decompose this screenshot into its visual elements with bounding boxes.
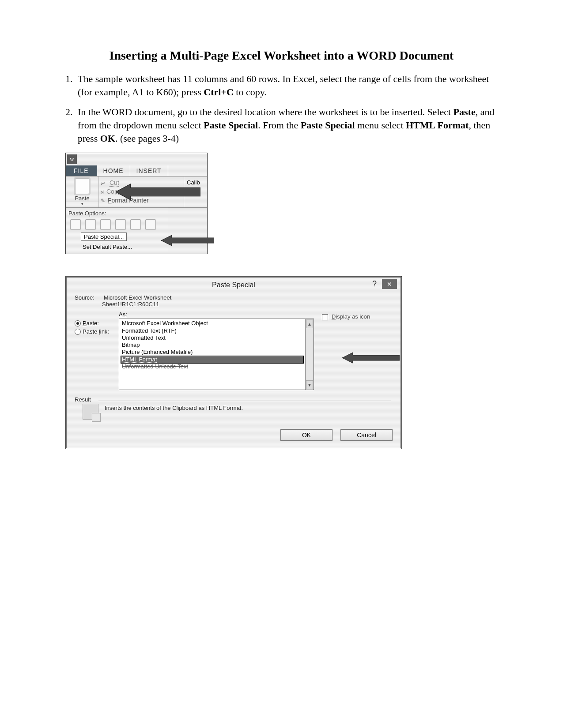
tab-home[interactable]: HOME bbox=[97, 165, 130, 176]
tab-insert[interactable]: INSERT bbox=[130, 165, 168, 176]
radio-selected-icon bbox=[75, 320, 81, 326]
paste-radio[interactable]: Paste: bbox=[75, 320, 119, 326]
display-as-icon-group: Display as icon bbox=[314, 311, 393, 390]
result-group: Result Inserts the contents of the Clipb… bbox=[75, 396, 393, 420]
step1-ctrlc: Ctrl+C bbox=[204, 86, 234, 98]
format-option[interactable]: HTML Format bbox=[121, 356, 304, 364]
display-as-icon-label: Display as icon bbox=[332, 313, 370, 320]
source-value: Microsoft Excel Worksheet bbox=[104, 294, 172, 301]
svg-marker-1 bbox=[161, 235, 214, 246]
scroll-up-icon[interactable]: ▲ bbox=[306, 319, 313, 328]
paste-option-icon[interactable] bbox=[100, 219, 111, 230]
result-description: Inserts the contents of the Clipboard as… bbox=[105, 404, 243, 411]
step2-text-a: In the WORD document, go to the desired … bbox=[78, 106, 453, 117]
callout-arrow-icon bbox=[342, 352, 400, 364]
format-option[interactable]: Bitmap bbox=[121, 341, 303, 349]
paste-link-radio[interactable]: Paste link: bbox=[75, 328, 119, 335]
set-default-paste-menu-item[interactable]: Set Default Paste... bbox=[83, 244, 166, 250]
step2-html: HTML Format bbox=[406, 120, 469, 131]
scissors-icon bbox=[100, 179, 107, 186]
as-label: As: bbox=[119, 311, 314, 318]
paste-special-dialog: Paste Special ? Source: Microsoft Excel … bbox=[65, 276, 402, 449]
paste-dropdown-icon[interactable] bbox=[66, 202, 98, 206]
paste-option-icon[interactable] bbox=[145, 219, 156, 230]
ribbon-body: Paste Cut Copy Format Painter bbox=[66, 176, 207, 208]
instruction-list: The sample worksheet has 11 columns and … bbox=[57, 72, 506, 145]
step2-text-g: . (see pages 3-4) bbox=[115, 133, 179, 144]
paste-special-menu-item[interactable]: Paste Special... bbox=[81, 233, 127, 241]
paste-option-icon[interactable] bbox=[115, 219, 126, 230]
paste-options-title: Paste Options: bbox=[68, 210, 166, 217]
source-range: Sheet1!R1C1:R60C11 bbox=[102, 301, 393, 308]
scroll-down-icon[interactable]: ▼ bbox=[306, 380, 313, 389]
paste-button[interactable]: Paste bbox=[66, 176, 99, 207]
paste-dropdown-menu: Paste Options: Paste Special... Set Defa… bbox=[66, 208, 168, 254]
radio-icon bbox=[75, 329, 81, 335]
ribbon-tabs: FILE HOME INSERT bbox=[66, 165, 207, 176]
help-button[interactable]: ? bbox=[370, 279, 379, 289]
step1-text-b: to copy. bbox=[234, 86, 267, 98]
step2-paste: Paste bbox=[453, 106, 476, 117]
step-1: The sample worksheet has 11 columns and … bbox=[75, 72, 506, 98]
step1-text-a: The sample worksheet has 11 columns and … bbox=[78, 73, 489, 98]
paste-option-icon[interactable] bbox=[70, 219, 81, 230]
result-clipboard-icon bbox=[83, 404, 98, 420]
source-label: Source: bbox=[75, 294, 102, 301]
step2-text-e: menu select bbox=[355, 120, 406, 131]
ribbon-screenshot: FILE HOME INSERT Paste Cut Copy bbox=[65, 153, 208, 254]
paintbrush-icon bbox=[101, 197, 105, 204]
word-app-icon bbox=[67, 154, 77, 164]
clipboard-group: Cut Copy Format Painter bbox=[99, 176, 184, 207]
paste-radio-label: Paste: bbox=[83, 320, 99, 326]
step2-ok: OK bbox=[100, 133, 115, 144]
format-option[interactable]: Picture (Enhanced Metafile) bbox=[121, 349, 303, 356]
format-listbox[interactable]: Microsoft Excel Worksheet ObjectFormatte… bbox=[119, 319, 314, 390]
svg-marker-2 bbox=[342, 353, 400, 363]
close-button[interactable] bbox=[382, 279, 397, 289]
dialog-buttons: OK Cancel bbox=[68, 425, 400, 447]
tab-file[interactable]: FILE bbox=[66, 165, 97, 176]
cancel-button[interactable]: Cancel bbox=[340, 429, 393, 441]
ok-button[interactable]: OK bbox=[280, 429, 333, 441]
step2-pastespecial1: Paste Special bbox=[204, 120, 258, 131]
paste-link-radio-label: Paste link: bbox=[83, 328, 109, 335]
format-option[interactable]: Unformatted Text bbox=[121, 334, 303, 341]
clipboard-paste-icon bbox=[75, 178, 89, 194]
listbox-scrollbar[interactable]: ▲ ▼ bbox=[305, 319, 314, 390]
paste-option-icon[interactable] bbox=[85, 219, 96, 230]
paste-label: Paste bbox=[75, 195, 89, 202]
step2-text-d: . From the bbox=[258, 120, 301, 131]
radio-column: Paste: Paste link: bbox=[75, 311, 119, 390]
format-option[interactable]: Unformatted Unicode Text bbox=[121, 363, 303, 370]
source-line: Source: Microsoft Excel Worksheet bbox=[75, 294, 393, 301]
dialog-titlebar: Paste Special ? bbox=[68, 278, 400, 291]
result-label: Result bbox=[75, 396, 393, 403]
step-2: In the WORD document, go to the desired … bbox=[75, 105, 506, 145]
callout-arrow-icon bbox=[116, 176, 200, 207]
paste-options-icons bbox=[68, 218, 166, 233]
dialog-title-text: Paste Special bbox=[212, 281, 255, 289]
copy-icon bbox=[101, 188, 104, 195]
checkbox-icon[interactable] bbox=[322, 314, 328, 320]
document-title: Inserting a Multi-Page Excel Worksheet i… bbox=[57, 49, 506, 63]
paste-option-icon[interactable] bbox=[130, 219, 141, 230]
svg-marker-0 bbox=[116, 184, 200, 200]
callout-arrow-icon bbox=[161, 234, 214, 247]
format-option[interactable]: Formatted Text (RTF) bbox=[121, 327, 303, 334]
step2-pastespecial2: Paste Special bbox=[301, 120, 355, 131]
format-option[interactable]: Microsoft Excel Worksheet Object bbox=[121, 320, 303, 327]
